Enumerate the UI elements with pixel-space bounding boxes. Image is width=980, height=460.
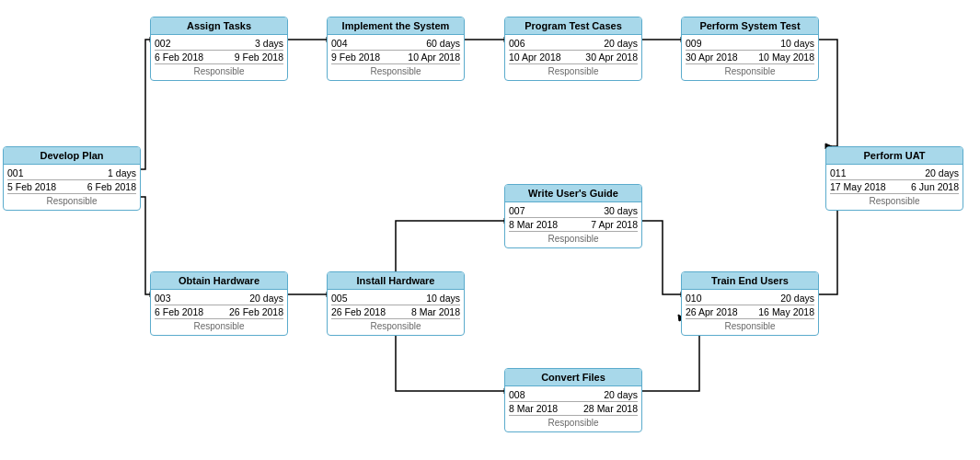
task-start-perform-uat: 17 May 2018	[830, 181, 886, 192]
task-code-assign-tasks: 002	[155, 38, 171, 49]
task-duration-convert-files: 20 days	[604, 389, 638, 400]
task-start-install-hardware: 26 Feb 2018	[331, 306, 386, 317]
task-responsible-obtain-hardware: Responsible	[155, 319, 283, 333]
task-responsible-install-hardware: Responsible	[331, 319, 460, 333]
task-end-assign-tasks: 9 Feb 2018	[235, 52, 283, 63]
task-title-assign-tasks: Assign Tasks	[151, 17, 287, 35]
task-code-program-test-cases: 006	[509, 38, 525, 49]
task-end-implement-system: 10 Apr 2018	[408, 52, 460, 63]
task-program-test-cases: Program Test Cases 006 20 days 10 Apr 20…	[504, 17, 642, 81]
task-implement-system: Implement the System 004 60 days 9 Feb 2…	[327, 17, 465, 81]
task-title-program-test-cases: Program Test Cases	[505, 17, 641, 35]
task-duration-develop-plan: 1 days	[108, 167, 136, 178]
task-meta-write-users-guide: 007 30 days	[509, 204, 638, 217]
task-meta-program-test-cases: 006 20 days	[509, 37, 638, 50]
task-start-develop-plan: 5 Feb 2018	[7, 181, 56, 192]
arrows-svg	[0, 0, 980, 460]
task-meta-perform-uat: 011 20 days	[830, 167, 959, 179]
task-dates-program-test-cases: 10 Apr 2018 30 Apr 2018	[509, 50, 638, 64]
task-meta-implement-system: 004 60 days	[331, 37, 460, 50]
task-obtain-hardware: Obtain Hardware 003 20 days 6 Feb 2018 2…	[150, 271, 288, 336]
task-end-perform-uat: 6 Jun 2018	[911, 181, 959, 192]
task-dates-perform-uat: 17 May 2018 6 Jun 2018	[830, 179, 959, 194]
task-end-develop-plan: 6 Feb 2018	[87, 181, 136, 192]
task-code-perform-system-test: 009	[686, 38, 702, 49]
task-responsible-assign-tasks: Responsible	[155, 64, 283, 78]
task-responsible-implement-system: Responsible	[331, 64, 460, 78]
diagram-container: Develop Plan 001 1 days 5 Feb 2018 6 Feb…	[0, 0, 980, 460]
task-dates-convert-files: 8 Mar 2018 28 Mar 2018	[509, 401, 638, 416]
task-start-perform-system-test: 30 Apr 2018	[686, 52, 738, 63]
task-duration-train-end-users: 20 days	[780, 293, 814, 304]
task-code-convert-files: 008	[509, 389, 525, 400]
task-title-train-end-users: Train End Users	[682, 272, 818, 290]
task-title-develop-plan: Develop Plan	[4, 147, 140, 165]
task-convert-files: Convert Files 008 20 days 8 Mar 2018 28 …	[504, 368, 642, 432]
task-code-perform-uat: 011	[830, 167, 847, 178]
task-end-train-end-users: 16 May 2018	[758, 306, 814, 317]
task-start-assign-tasks: 6 Feb 2018	[155, 52, 203, 63]
task-end-convert-files: 28 Mar 2018	[583, 403, 638, 414]
task-code-train-end-users: 010	[686, 293, 702, 304]
task-responsible-develop-plan: Responsible	[7, 194, 136, 208]
task-dates-install-hardware: 26 Feb 2018 8 Mar 2018	[331, 305, 460, 319]
task-start-implement-system: 9 Feb 2018	[331, 52, 380, 63]
task-meta-train-end-users: 010 20 days	[686, 292, 814, 305]
task-responsible-perform-uat: Responsible	[830, 194, 959, 208]
task-title-convert-files: Convert Files	[505, 369, 641, 386]
task-responsible-program-test-cases: Responsible	[509, 64, 638, 78]
task-code-install-hardware: 005	[331, 293, 348, 304]
task-end-program-test-cases: 30 Apr 2018	[585, 52, 638, 63]
task-title-implement-system: Implement the System	[328, 17, 464, 35]
task-train-end-users: Train End Users 010 20 days 26 Apr 2018 …	[681, 271, 819, 336]
task-start-obtain-hardware: 6 Feb 2018	[155, 306, 203, 317]
task-end-obtain-hardware: 26 Feb 2018	[229, 306, 283, 317]
task-duration-install-hardware: 10 days	[426, 293, 460, 304]
task-meta-obtain-hardware: 003 20 days	[155, 292, 283, 305]
task-responsible-train-end-users: Responsible	[686, 319, 814, 333]
task-perform-uat: Perform UAT 011 20 days 17 May 2018 6 Ju…	[825, 146, 963, 211]
task-develop-plan: Develop Plan 001 1 days 5 Feb 2018 6 Feb…	[3, 146, 141, 211]
task-meta-install-hardware: 005 10 days	[331, 292, 460, 305]
task-dates-train-end-users: 26 Apr 2018 16 May 2018	[686, 305, 814, 319]
task-dates-obtain-hardware: 6 Feb 2018 26 Feb 2018	[155, 305, 283, 319]
task-start-write-users-guide: 8 Mar 2018	[509, 219, 558, 230]
task-duration-program-test-cases: 20 days	[604, 38, 638, 49]
task-duration-perform-uat: 20 days	[925, 167, 959, 178]
task-end-install-hardware: 8 Mar 2018	[411, 306, 460, 317]
task-start-program-test-cases: 10 Apr 2018	[509, 52, 561, 63]
task-title-perform-uat: Perform UAT	[826, 147, 963, 165]
task-duration-obtain-hardware: 20 days	[249, 293, 283, 304]
task-end-write-users-guide: 7 Apr 2018	[591, 219, 638, 230]
task-meta-develop-plan: 001 1 days	[7, 167, 136, 179]
task-write-users-guide: Write User's Guide 007 30 days 8 Mar 201…	[504, 184, 642, 248]
task-meta-perform-system-test: 009 10 days	[686, 37, 814, 50]
task-responsible-perform-system-test: Responsible	[686, 64, 814, 78]
task-end-perform-system-test: 10 May 2018	[758, 52, 814, 63]
task-title-write-users-guide: Write User's Guide	[505, 185, 641, 202]
task-meta-convert-files: 008 20 days	[509, 388, 638, 401]
task-duration-implement-system: 60 days	[426, 38, 460, 49]
task-code-obtain-hardware: 003	[155, 293, 171, 304]
task-perform-system-test: Perform System Test 009 10 days 30 Apr 2…	[681, 17, 819, 81]
task-duration-write-users-guide: 30 days	[604, 205, 638, 216]
task-duration-perform-system-test: 10 days	[780, 38, 814, 49]
task-dates-develop-plan: 5 Feb 2018 6 Feb 2018	[7, 179, 136, 194]
task-dates-perform-system-test: 30 Apr 2018 10 May 2018	[686, 50, 814, 64]
task-assign-tasks: Assign Tasks 002 3 days 6 Feb 2018 9 Feb…	[150, 17, 288, 81]
task-responsible-write-users-guide: Responsible	[509, 232, 638, 246]
task-dates-write-users-guide: 8 Mar 2018 7 Apr 2018	[509, 217, 638, 232]
task-title-perform-system-test: Perform System Test	[682, 17, 818, 35]
task-meta-assign-tasks: 002 3 days	[155, 37, 283, 50]
task-responsible-convert-files: Responsible	[509, 416, 638, 430]
task-code-develop-plan: 001	[7, 167, 24, 178]
task-code-implement-system: 004	[331, 38, 348, 49]
task-start-convert-files: 8 Mar 2018	[509, 403, 558, 414]
task-title-install-hardware: Install Hardware	[328, 272, 464, 290]
task-title-obtain-hardware: Obtain Hardware	[151, 272, 287, 290]
task-code-write-users-guide: 007	[509, 205, 525, 216]
task-dates-assign-tasks: 6 Feb 2018 9 Feb 2018	[155, 50, 283, 64]
task-install-hardware: Install Hardware 005 10 days 26 Feb 2018…	[327, 271, 465, 336]
task-duration-assign-tasks: 3 days	[255, 38, 283, 49]
task-dates-implement-system: 9 Feb 2018 10 Apr 2018	[331, 50, 460, 64]
